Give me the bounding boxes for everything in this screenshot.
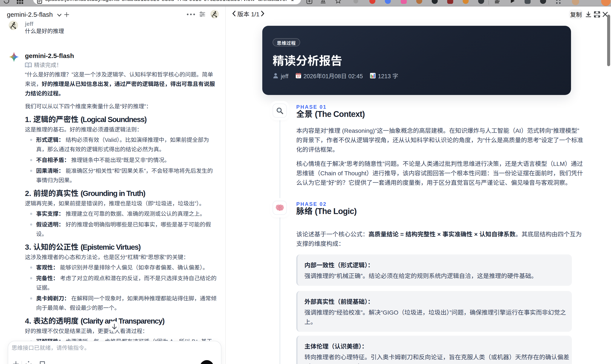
svg-text:17: 17 [297, 75, 300, 78]
